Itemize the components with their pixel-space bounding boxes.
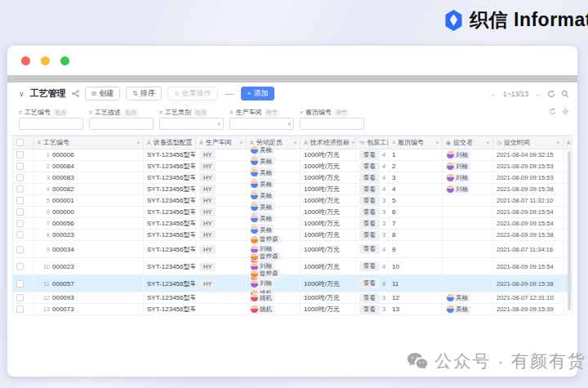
table-body: 1000006SYT-123456型车床HY吴楠姚机1000吨/万元查看41刘楠… xyxy=(13,149,572,315)
refresh-icon[interactable] xyxy=(547,90,555,98)
view-button[interactable]: 查看 xyxy=(359,230,380,240)
packaging-cell: 查看4 xyxy=(356,184,389,194)
chevron-down-icon[interactable]: ▾ xyxy=(435,140,439,146)
chevron-down-icon: ▾ xyxy=(217,121,220,127)
row-checkbox[interactable] xyxy=(16,263,24,270)
column-header-提交者[interactable]: ◉提交者▾ xyxy=(443,136,493,149)
column-header-备注[interactable]: A备注▾ xyxy=(564,136,572,149)
settings-gear-icon[interactable] xyxy=(562,108,569,115)
row-checkbox[interactable] xyxy=(16,208,24,216)
table-row[interactable]: 2000084SYT-123456型车床HY吴楠姚机1000吨/万元查看42刘楠… xyxy=(13,161,572,172)
filter-select[interactable]: ▾ xyxy=(229,118,294,130)
table-row[interactable]: 5000001SYT-123456型车床HY吴楠姚机1000吨/万元查看3520… xyxy=(13,195,572,207)
member-name: 吴楠 xyxy=(260,146,272,154)
row-checkbox[interactable] xyxy=(16,197,24,204)
select-all-checkbox[interactable] xyxy=(16,139,24,146)
column-header-提交时间[interactable]: ◷提交时间▾ xyxy=(493,136,564,149)
view-button[interactable]: 查看 xyxy=(359,150,380,160)
row-checkbox-cell xyxy=(13,218,34,229)
table-row[interactable]: 4000082SYT-123456型车床HY吴楠姚机1000吨/万元查看44刘楠… xyxy=(13,184,572,195)
sort-button[interactable]: ⇅ 排序 xyxy=(126,87,162,100)
chevron-down-icon[interactable]: ▾ xyxy=(239,140,243,146)
row-checkbox[interactable] xyxy=(16,151,24,158)
member-chip: 刘楠 xyxy=(250,279,275,288)
member-name: 曾烨森 xyxy=(260,270,278,278)
table-row[interactable]: 1000006SYT-123456型车床HY吴楠姚机1000吨/万元查看41刘楠… xyxy=(13,149,572,161)
batch-actions-button[interactable]: ≣ 批量操作 xyxy=(167,87,218,100)
row-number: 5 xyxy=(38,197,50,204)
row-checkbox[interactable] xyxy=(16,220,24,227)
view-button[interactable]: 查看 xyxy=(359,185,380,194)
submitter-cell: 刘楠 xyxy=(443,184,493,194)
view-button[interactable]: 查看 xyxy=(359,279,380,288)
table-row[interactable]: 6000000SYT-123456型车床HY吴楠姚机1000吨/万元查看3620… xyxy=(13,207,572,218)
submit-time: 2021-08-09 09:15:38 xyxy=(497,231,554,239)
view-button[interactable]: 查看 xyxy=(359,293,380,303)
view-button[interactable]: 查看 xyxy=(359,261,380,271)
packaging-cell: 查看3 xyxy=(356,207,389,217)
table-row[interactable]: 10000023SYT-123456型车床HY曾烨森刘楠姚机1000吨/万元查看… xyxy=(13,258,572,275)
field-type-icon: ◉ xyxy=(446,140,451,146)
member-chip: 曾烨森 xyxy=(250,235,282,244)
vertical-scrollbar[interactable] xyxy=(568,151,571,310)
view-button[interactable]: 查看 xyxy=(359,162,380,172)
search-icon[interactable] xyxy=(561,90,569,98)
view-button[interactable]: 查看 xyxy=(359,196,380,206)
avatar xyxy=(251,226,258,234)
column-header-生产车间[interactable]: A生产车间▾ xyxy=(196,136,247,149)
chevron-down-icon[interactable]: ▾ xyxy=(352,140,355,146)
table-row[interactable]: 11000057SYT-123456型车床HY曾烨森刘楠姚机1000吨/万元查看… xyxy=(13,275,572,292)
column-header-设备选型配置[interactable]: A设备选型配置▾ xyxy=(144,136,196,149)
toolbar: ∨ 工艺管理 ⊞ 创建 ⇅ 排序 ≣ 批量操作 — + 添加 xyxy=(7,83,577,105)
column-header-履历编号[interactable]: ≡履历编号▾ xyxy=(389,136,443,149)
view-button[interactable]: 查看 xyxy=(359,219,380,229)
device-config: SYT-123456型车床 xyxy=(147,150,196,159)
column-header-工艺编号[interactable]: #工艺编号▾ xyxy=(34,136,144,149)
table-row[interactable]: 12000093SYT-123456型车床姚机1000吨/万元查看312吴楠20… xyxy=(13,292,572,304)
row-checkbox[interactable] xyxy=(16,280,24,288)
view-button[interactable]: 查看 xyxy=(359,244,380,254)
chevron-down-icon[interactable]: ▾ xyxy=(136,140,140,146)
filter-refresh-icon[interactable] xyxy=(549,108,556,115)
close-window-button[interactable] xyxy=(21,56,30,65)
filter-input[interactable] xyxy=(300,118,364,130)
create-button-label: 创建 xyxy=(99,88,114,99)
field-type-icon: A xyxy=(250,140,254,145)
row-checkbox[interactable] xyxy=(16,305,24,313)
row-checkbox[interactable] xyxy=(16,185,24,193)
row-checkbox[interactable] xyxy=(16,294,24,301)
share-icon[interactable] xyxy=(72,90,79,97)
maximize-window-button[interactable] xyxy=(60,56,69,65)
column-header-包装工序[interactable]: %包装工序▾ xyxy=(356,136,389,149)
filter-input[interactable] xyxy=(89,118,154,130)
view-count: 3 xyxy=(382,231,385,239)
next-page-arrow-icon[interactable]: → xyxy=(534,90,541,98)
row-checkbox[interactable] xyxy=(16,246,24,253)
chevron-down-icon[interactable]: ▾ xyxy=(486,140,489,146)
filter-select[interactable]: ▾ xyxy=(159,118,224,130)
view-button[interactable]: 查看 xyxy=(359,207,380,217)
submit-time-cell: 2021-08-09 09:15:38 xyxy=(493,230,564,240)
view-button[interactable]: 查看 xyxy=(359,173,380,183)
add-button[interactable]: + 添加 xyxy=(241,87,275,100)
collapse-caret-icon[interactable]: ∨ xyxy=(19,90,24,98)
table-row[interactable]: 13000073SYT-123456型车床姚机1000吨/万元查看313吴楠20… xyxy=(13,304,572,315)
row-checkbox[interactable] xyxy=(16,163,24,170)
row-checkbox[interactable] xyxy=(16,231,24,239)
column-header-技术经济指标[interactable]: A技术经济指标▾ xyxy=(301,136,356,149)
row-checkbox[interactable] xyxy=(16,174,24,181)
create-button[interactable]: ⊞ 创建 xyxy=(85,87,121,100)
table-row[interactable]: 9000034SYT-123456型车床HY曾烨森刘楠姚机1000吨/万元查看4… xyxy=(13,241,572,258)
table-row[interactable]: 7000056SYT-123456型车床HY吴楠姚机1000吨/万元查看3720… xyxy=(13,218,572,230)
chevron-down-icon[interactable]: ▾ xyxy=(556,140,559,146)
device-config: SYT-123456型车床 xyxy=(147,173,196,182)
view-button[interactable]: 查看 xyxy=(359,305,380,314)
prev-page-arrow-icon[interactable]: ← xyxy=(490,90,497,98)
filter-input[interactable] xyxy=(19,118,83,130)
workshop-cell: HY xyxy=(196,275,247,292)
minimize-window-button[interactable] xyxy=(41,56,50,65)
table-row[interactable]: 8000023SYT-123456型车床HY吴楠姚机1000吨/万元查看3820… xyxy=(13,230,572,241)
chevron-down-icon[interactable]: ▾ xyxy=(293,140,296,146)
submitter-cell xyxy=(443,230,493,240)
table-row[interactable]: 3000083SYT-123456型车床HY吴楠姚机1000吨/万元查看43刘楠… xyxy=(13,172,572,184)
